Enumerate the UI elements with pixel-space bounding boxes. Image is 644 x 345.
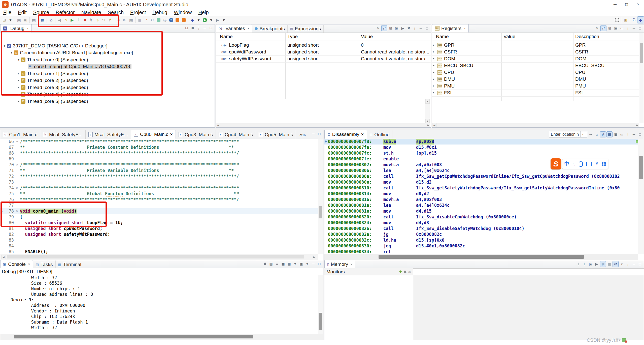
debug-tree-item[interactable]: ▾⚙Generic Infineon AURIX Board [taskingd…: [9, 49, 133, 56]
word-wrap-icon[interactable]: ≡: [274, 261, 280, 267]
go-to-address-icon[interactable]: ▶: [594, 261, 599, 267]
view-menu-icon[interactable]: ⋮: [625, 132, 631, 137]
fold-marker-icon[interactable]: ⊖: [14, 208, 20, 214]
new-view-icon[interactable]: ▣: [588, 261, 593, 267]
scroll-right-icon[interactable]: ▶: [635, 123, 639, 127]
home-icon[interactable]: ⌂: [594, 132, 599, 137]
monitors-list[interactable]: [324, 275, 413, 340]
cpp-perspective-icon[interactable]: C: [631, 17, 637, 23]
save-all-icon[interactable]: ▣: [22, 17, 28, 23]
minimize-window-button[interactable]: ─: [609, 0, 621, 9]
ime-skin-icon[interactable]: Y: [595, 161, 598, 166]
disassembly-vscrollbar[interactable]: [638, 139, 644, 254]
new-terminal-icon[interactable]: ▦: [39, 17, 46, 23]
new-view-icon[interactable]: ▣: [394, 25, 399, 31]
ime-keyboard-icon[interactable]: [586, 162, 592, 166]
scroll-lock-icon[interactable]: ▤: [268, 261, 274, 267]
feedback-chat-icon[interactable]: [181, 17, 187, 23]
layout-dropdown-icon[interactable]: ▾: [619, 261, 625, 267]
binary-editor-icon[interactable]: ▤: [31, 17, 37, 23]
link-side-by-side-icon[interactable]: ⇄: [600, 261, 606, 267]
instruction-stepping-icon[interactable]: ▦: [128, 17, 134, 23]
editor-tab-cpu1mainc[interactable]: cCpu1_Main.c: [0, 130, 40, 139]
restore-view-icon[interactable]: ▭: [619, 25, 625, 31]
collapsed-arrow-icon[interactable]: ▸: [433, 50, 434, 53]
coin-icon[interactable]: ◎: [162, 17, 168, 23]
console-dropdown-icon[interactable]: ▾: [292, 261, 298, 267]
debug-launch-icon[interactable]: ◆: [189, 17, 195, 23]
minimize-view-icon[interactable]: ─: [631, 132, 637, 137]
column-header[interactable]: Description: [575, 34, 599, 39]
ads-pentagon-icon[interactable]: [155, 17, 162, 23]
expanded-arrow-icon[interactable]: ▾: [2, 44, 7, 48]
close-tab-icon[interactable]: ×: [27, 26, 29, 31]
scroll-left-icon[interactable]: ◀: [1, 255, 6, 259]
show-source-icon[interactable]: ▦: [606, 131, 613, 137]
open-console-dropdown-icon[interactable]: ▾: [304, 261, 310, 267]
close-tab-icon[interactable]: ×: [350, 262, 353, 266]
scroll-right-icon[interactable]: ▶: [426, 123, 430, 127]
combo-dropdown-icon[interactable]: ▾: [580, 131, 585, 137]
next-page-icon[interactable]: ⇓: [582, 261, 587, 267]
snapshot-clock-icon[interactable]: ◔: [143, 17, 149, 23]
close-tab-icon[interactable]: ×: [247, 26, 250, 31]
new-register-group-icon[interactable]: ▣: [613, 25, 619, 31]
scroll-down-icon[interactable]: ▼: [425, 119, 430, 123]
minimize-view-icon[interactable]: ─: [311, 261, 316, 267]
collapsed-arrow-icon[interactable]: ▸: [433, 77, 434, 81]
console-vscrollbar[interactable]: [318, 275, 323, 334]
tab-expressions[interactable]: ⊞Expressions: [288, 25, 324, 33]
view-menu-icon[interactable]: ⋮: [625, 261, 631, 267]
menu-search[interactable]: Search: [105, 9, 127, 16]
editor-vscrollbar[interactable]: [318, 139, 323, 254]
ime-chinese-mode-icon[interactable]: 中: [564, 161, 569, 167]
trace-icon[interactable]: ▥: [137, 17, 143, 23]
open-perspective-icon[interactable]: ⊞: [622, 17, 629, 23]
display-selected-console-icon[interactable]: ▦: [286, 261, 292, 267]
save-icon[interactable]: ▣: [16, 17, 22, 23]
help-icon[interactable]: ?: [168, 17, 174, 23]
scrollbar-thumb[interactable]: [640, 43, 643, 63]
scroll-up-icon[interactable]: ▲: [425, 99, 430, 104]
menu-file[interactable]: File: [0, 9, 15, 16]
collapse-all-icon[interactable]: ⊟: [607, 25, 613, 31]
run-to-line-icon[interactable]: ⇥: [115, 17, 122, 23]
debug-tree-item[interactable]: ▸⚙Thread [core 2] (Suspended): [16, 77, 88, 84]
minimize-view-icon[interactable]: ─: [202, 25, 208, 31]
layout-icon[interactable]: ⇄: [600, 25, 606, 31]
collapse-all-icon[interactable]: ⊟: [388, 25, 393, 31]
menu-source[interactable]: Source: [30, 9, 52, 16]
maximize-view-icon[interactable]: □: [317, 261, 322, 267]
suspend-icon[interactable]: ‖: [75, 17, 82, 23]
scrollbar-thumb[interactable]: [319, 313, 322, 330]
clear-console-icon[interactable]: ✖: [262, 261, 268, 267]
menu-navigate[interactable]: Navigate: [78, 9, 105, 16]
tab-terminal[interactable]: ▦Terminal: [56, 261, 84, 268]
watch-icon[interactable]: ▶: [400, 25, 405, 31]
column-header[interactable]: Name: [436, 34, 449, 39]
maximize-view-icon[interactable]: □: [208, 25, 214, 31]
new-wizard-icon[interactable]: ⊞: [1, 17, 7, 23]
add-memory-monitor-icon[interactable]: ✚: [399, 270, 402, 274]
terminate-icon[interactable]: ■: [82, 17, 88, 23]
variables-detail-scrollbar[interactable]: ▲ ▼: [425, 99, 430, 123]
collapsed-arrow-icon[interactable]: ▸: [433, 84, 434, 88]
close-tab-icon[interactable]: ×: [361, 132, 364, 137]
external-tools-dropdown-icon[interactable]: ▾: [221, 17, 227, 23]
tab-console[interactable]: ▣Console×: [0, 260, 33, 268]
menu-edit[interactable]: Edit: [15, 9, 30, 16]
debug-tree-item[interactable]: ≡core0_main() at Cpu0_Main.c:78 0x800007…: [23, 63, 131, 70]
refresh-icon[interactable]: ↻: [149, 17, 155, 23]
close-window-button[interactable]: ×: [632, 0, 644, 9]
minimize-view-icon[interactable]: ─: [631, 25, 637, 31]
show-type-names-icon[interactable]: ✎: [594, 25, 600, 31]
collapsed-arrow-icon[interactable]: ▸: [433, 64, 434, 67]
expanded-arrow-icon[interactable]: ▾: [9, 51, 14, 54]
sync-icon[interactable]: ⇄: [600, 131, 606, 137]
disassembly-hscrollbar[interactable]: [324, 254, 638, 260]
collapsed-arrow-icon[interactable]: ▸: [16, 100, 21, 103]
remove-all-terminated-icon[interactable]: ✖: [190, 25, 195, 31]
editor-tab-mcalsafetye[interactable]: cMcal_SafetyE...: [86, 130, 131, 139]
registers-table[interactable]: NameValueDescription▸0101GPRGPR▸0101CSFR…: [432, 33, 644, 101]
collapse-all-icon[interactable]: ⊟: [184, 25, 189, 31]
